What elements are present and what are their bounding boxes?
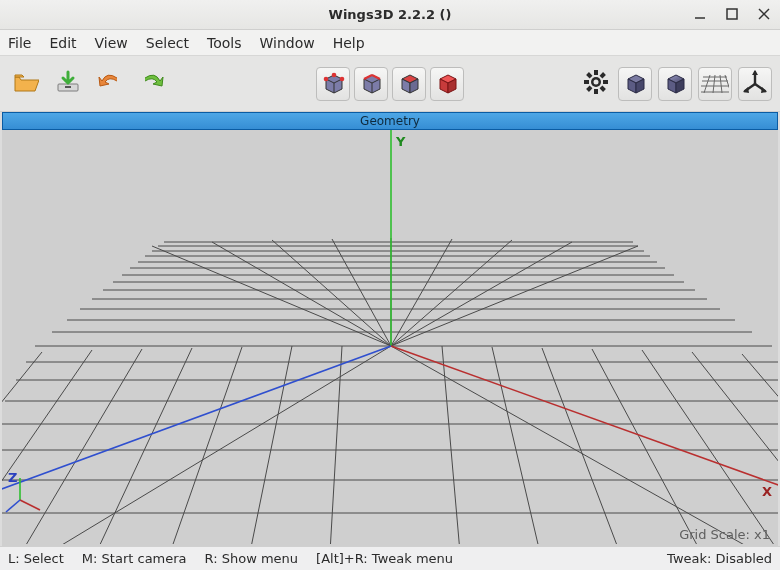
edge-mode-button[interactable]	[354, 67, 388, 101]
grid-scale-label: Grid Scale: x1	[679, 527, 770, 542]
svg-rect-11	[594, 89, 598, 94]
svg-line-23	[704, 75, 710, 93]
svg-line-79	[391, 346, 778, 490]
svg-line-52	[642, 350, 778, 544]
svg-line-77	[391, 246, 638, 346]
svg-rect-15	[586, 86, 592, 92]
menubar: File Edit View Select Tools Window Help	[0, 30, 780, 56]
svg-point-8	[340, 77, 345, 82]
close-button[interactable]	[754, 4, 774, 24]
svg-line-76	[391, 242, 572, 346]
svg-line-42	[2, 350, 92, 544]
svg-line-40	[391, 346, 778, 544]
svg-line-83	[6, 500, 20, 512]
minimize-button[interactable]	[690, 4, 710, 24]
axis-y-label: Y	[396, 134, 405, 149]
svg-point-7	[332, 73, 337, 78]
svg-line-54	[742, 354, 778, 544]
cube-smooth-icon	[662, 69, 688, 98]
svg-line-48	[442, 346, 472, 544]
svg-line-41	[2, 352, 42, 544]
cube-body-icon	[434, 69, 460, 98]
status-r: R: Show menu	[205, 551, 299, 566]
window-controls	[690, 4, 774, 24]
svg-rect-12	[584, 80, 589, 84]
svg-rect-13	[603, 80, 608, 84]
face-mode-button[interactable]	[392, 67, 426, 101]
toolbar	[0, 56, 780, 112]
status-m: M: Start camera	[82, 551, 187, 566]
svg-line-70	[212, 242, 391, 346]
menu-file[interactable]: File	[8, 35, 31, 51]
window-title: Wings3D 2.2.2 ()	[329, 7, 452, 22]
svg-rect-14	[600, 72, 606, 78]
viewport-3d[interactable]: Y X Z Grid Scale: x1	[2, 130, 778, 546]
svg-line-25	[720, 75, 722, 93]
axis-x-label: X	[762, 484, 772, 499]
axes-button[interactable]	[738, 67, 772, 101]
cube-flat-icon	[622, 69, 648, 98]
svg-line-45	[122, 347, 242, 544]
save-button[interactable]	[52, 68, 84, 100]
titlebar: Wings3D 2.2.2 ()	[0, 0, 780, 30]
svg-point-18	[594, 80, 599, 85]
viewport-title-bar[interactable]: Geometry	[2, 112, 778, 130]
svg-line-47	[322, 346, 342, 544]
menu-tools[interactable]: Tools	[207, 35, 242, 51]
status-l: L: Select	[8, 551, 64, 566]
svg-line-24	[713, 75, 715, 93]
svg-line-51	[592, 349, 772, 544]
svg-line-69	[152, 246, 391, 346]
status-altr: [Alt]+R: Tweak menu	[316, 551, 453, 566]
svg-rect-1	[727, 9, 737, 19]
open-file-button[interactable]	[10, 68, 42, 100]
svg-rect-10	[594, 70, 598, 75]
menu-window[interactable]: Window	[260, 35, 315, 51]
smooth-shade-button[interactable]	[658, 67, 692, 101]
body-mode-button[interactable]	[430, 67, 464, 101]
status-bar: L: Select M: Start camera R: Show menu […	[0, 546, 780, 570]
svg-line-46	[222, 346, 292, 544]
menu-edit[interactable]: Edit	[49, 35, 76, 51]
status-tweak: Tweak: Disabled	[667, 551, 772, 566]
preferences-button[interactable]	[580, 68, 612, 100]
cube-vertex-icon	[320, 69, 346, 98]
axis-z-label: Z	[8, 470, 17, 485]
grid-render	[2, 130, 778, 544]
menu-view[interactable]: View	[95, 35, 128, 51]
vertex-mode-button[interactable]	[316, 67, 350, 101]
flat-shade-button[interactable]	[618, 67, 652, 101]
undo-button[interactable]	[94, 68, 126, 100]
menu-select[interactable]: Select	[146, 35, 189, 51]
svg-rect-16	[586, 72, 592, 78]
svg-rect-17	[600, 86, 606, 92]
svg-line-74	[391, 239, 452, 346]
redo-button[interactable]	[136, 68, 168, 100]
save-icon	[55, 70, 81, 97]
svg-line-26	[725, 75, 729, 93]
cube-edge-icon	[358, 69, 384, 98]
ground-plane-button[interactable]	[698, 67, 732, 101]
maximize-button[interactable]	[722, 4, 742, 24]
axes-icon	[742, 69, 768, 98]
ground-plane-icon	[701, 71, 729, 96]
svg-line-49	[492, 347, 572, 544]
svg-rect-5	[65, 86, 71, 88]
undo-icon	[97, 72, 123, 95]
menu-help[interactable]: Help	[333, 35, 365, 51]
redo-icon	[139, 72, 165, 95]
open-file-icon	[13, 71, 39, 96]
svg-line-72	[332, 239, 391, 346]
svg-line-82	[20, 500, 40, 510]
cube-face-icon	[396, 69, 422, 98]
gear-icon	[583, 69, 609, 98]
viewport-title: Geometry	[360, 114, 420, 128]
svg-point-6	[324, 77, 329, 82]
